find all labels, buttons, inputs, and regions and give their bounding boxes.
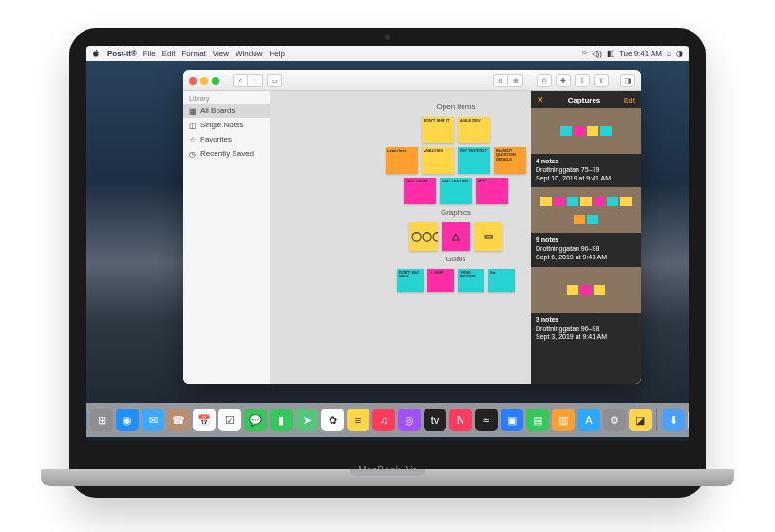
capture-item[interactable]: 9 notesDrottninggatan 96–98Sept 6, 2019 … (531, 187, 641, 266)
capture-thumbnail (531, 187, 641, 233)
sticky-note[interactable]: DON'T SHIP IT (422, 117, 454, 143)
captures-panel: ✕ Captures Edit 4 notesDrottninggatan 75… (531, 91, 641, 384)
dock-contacts[interactable]: ☎ (167, 408, 190, 431)
capture-thumbnail (531, 108, 641, 154)
close-button[interactable] (189, 77, 197, 85)
download-icon: ⇩ (579, 77, 585, 85)
capture-meta: 3 notesDrottninggatan 96–98Sept 3, 2019 … (531, 313, 641, 346)
share-button[interactable]: ⇪ (594, 74, 609, 87)
menu-edit[interactable]: Edit (162, 49, 176, 58)
magnify-minus-icon: ⊖ (498, 77, 503, 85)
zoom-out-button[interactable]: ⊖ (493, 74, 508, 87)
dock-podcasts[interactable]: ◎ (398, 408, 421, 431)
app-name[interactable]: Post-it® (107, 49, 137, 58)
capture-item[interactable]: 3 notesDrottninggatan 96–98Sept 3, 2019 … (531, 267, 641, 346)
dock-news[interactable]: N (449, 408, 472, 431)
sticky-note[interactable]: DON'T EAT MEAT (397, 269, 424, 292)
spotlight-icon[interactable]: ⌕ (667, 49, 671, 58)
dock-facetime[interactable]: ▮ (270, 408, 293, 431)
dock-mail[interactable]: ✉ (142, 408, 164, 431)
battery-icon[interactable]: ▮▯ (607, 49, 614, 58)
capture-meta: 9 notesDrottninggatan 96–98Sept 6, 2019 … (531, 233, 641, 266)
postit-window: ‹ › ▭ ⊖ ⊕ ⎙ ✚ ⇩ ⇪ ◨ Library ▦All Boards◫… (183, 70, 641, 384)
sticky-note[interactable]: TEST IDEAS (404, 178, 436, 204)
captures-edit-button[interactable]: Edit (624, 97, 635, 104)
sidebar-item-label: Favorites (200, 135, 232, 143)
sidebar-item-all-boards[interactable]: ▦All Boards (183, 104, 270, 118)
apple-logo-icon[interactable] (92, 49, 101, 58)
dock-separator (656, 408, 657, 431)
captures-panel-button[interactable]: ◨ (620, 74, 635, 87)
captures-close-button[interactable]: ✕ (537, 95, 544, 104)
clock-icon: ◷ (189, 150, 197, 158)
laptop-notch-cut (350, 469, 425, 476)
dock-notes[interactable]: ≡ (347, 408, 369, 431)
sticky-note[interactable]: 5★ (488, 269, 515, 292)
clock[interactable]: Tue 9:41 AM (619, 49, 662, 58)
share-icon: ⇪ (598, 77, 604, 85)
sidebar-header: Library (183, 91, 270, 104)
camera-notch (385, 34, 390, 40)
sidebar-item-single-notes[interactable]: ◫Single Notes (183, 118, 270, 132)
sticky-note[interactable]: ▭ (474, 222, 502, 251)
capture-thumbnail (531, 267, 641, 313)
capture-item[interactable]: 4 notesDrottninggatan 75–79Sept 10, 2019… (531, 108, 641, 187)
dock-reminders[interactable]: ☑ (218, 408, 241, 431)
sidebar-item-recently-saved[interactable]: ◷Recently Saved (183, 146, 270, 161)
sticky-note[interactable]: REF TESTING? (458, 147, 490, 174)
dock-appstore[interactable]: A (577, 408, 600, 431)
dock-music[interactable]: ♫ (372, 408, 395, 431)
export-button[interactable]: ⇩ (575, 74, 590, 87)
dock-maps[interactable]: ➤ (295, 408, 318, 431)
add-note-button[interactable]: ✚ (556, 74, 571, 87)
note-icon: ◫ (189, 122, 197, 129)
sidebar-item-favorites[interactable]: ☆Favorites (183, 132, 270, 146)
sidebar-item-label: Recently Saved (200, 149, 254, 158)
magnify-plus-icon: ⊕ (513, 77, 519, 85)
zoom-in-button[interactable]: ⊕ (508, 74, 523, 87)
dock-numbers[interactable]: ▤ (526, 408, 549, 431)
forward-button[interactable]: › (248, 74, 263, 87)
zoom-button[interactable] (212, 77, 219, 85)
sticky-note[interactable]: BIASED? QUESTION DETAILS (494, 147, 526, 174)
capture-button[interactable]: ⎙ (537, 74, 552, 87)
dock-tv[interactable]: tv (424, 408, 446, 431)
dock-messages[interactable]: 💬 (244, 408, 267, 431)
sticky-note[interactable]: ◯◯◯ (409, 222, 438, 251)
back-button[interactable]: ‹ (233, 74, 248, 87)
sticky-note[interactable]: AGILE DEV (458, 117, 490, 143)
menu-help[interactable]: Help (269, 49, 284, 58)
sticky-note[interactable]: △ (442, 222, 470, 251)
dock-calendar[interactable]: 📅 (193, 408, 216, 431)
dock-postit[interactable]: ◪ (629, 408, 652, 431)
sidebar-toggle-button[interactable]: ▭ (267, 74, 282, 87)
capture-meta: 4 notesDrottninggatan 75–79Sept 10, 2019… (531, 154, 641, 187)
volume-icon[interactable]: ◁)) (592, 49, 602, 58)
sticky-note[interactable]: MVP (476, 178, 508, 204)
dock-launchpad[interactable]: ⊞ (90, 408, 113, 431)
dock: ☺⊞◉✉☎📅☑💬▮➤✿≡♫◎tvN≈▣▤▥A⚙◪⬇🗑 (86, 403, 689, 437)
sticky-note[interactable]: ANALYSIS (422, 147, 454, 174)
dock-photos[interactable]: ✿ (321, 408, 344, 431)
menu-file[interactable]: File (143, 49, 156, 58)
window-titlebar: ‹ › ▭ ⊖ ⊕ ⎙ ✚ ⇩ ⇪ ◨ (183, 70, 641, 91)
wifi-icon[interactable]: ⌔ (582, 49, 587, 58)
sticky-note[interactable]: UNIT TESTING (440, 178, 472, 204)
minimize-button[interactable] (200, 77, 208, 85)
menu-view[interactable]: View (213, 49, 229, 58)
sticky-note[interactable]: Learn fast (386, 147, 418, 174)
sticky-note[interactable]: ☺ SHIP (427, 269, 454, 292)
dock-stocks[interactable]: ≈ (475, 408, 498, 431)
dock-keynote[interactable]: ▣ (501, 408, 523, 431)
dock-pages[interactable]: ▥ (552, 408, 575, 431)
dock-preferences[interactable]: ⚙ (603, 408, 626, 431)
library-sidebar: Library ▦All Boards◫Single Notes☆Favorit… (183, 91, 271, 384)
menu-format[interactable]: Format (181, 49, 205, 58)
siri-icon[interactable]: ◑ (676, 49, 683, 58)
menu-window[interactable]: Window (236, 49, 262, 58)
dock-downloads[interactable]: ⬇ (662, 408, 685, 431)
dock-safari[interactable]: ◉ (116, 408, 139, 431)
dock-trash[interactable]: 🗑 (688, 408, 689, 431)
dock-finder[interactable]: ☺ (86, 408, 87, 431)
sticky-note[interactable]: THINK BEFORE (458, 269, 484, 292)
